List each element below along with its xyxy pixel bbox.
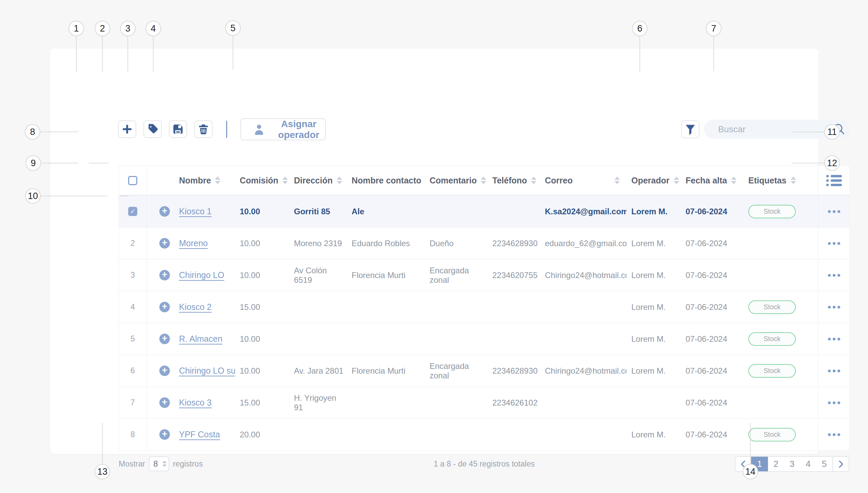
callout-10: 10 xyxy=(25,188,41,204)
page-button-2[interactable]: 2 xyxy=(768,457,784,471)
callout-4: 4 xyxy=(145,21,161,36)
sort-icon[interactable] xyxy=(215,177,220,184)
page-button-5[interactable]: 5 xyxy=(816,457,832,471)
status-badge: Stock xyxy=(748,364,796,378)
cell-contacto: Florencia Murti xyxy=(347,259,425,291)
sort-icon[interactable] xyxy=(282,177,288,184)
row-number: 4 xyxy=(119,291,147,323)
row-name-link[interactable]: Kiosco 3 xyxy=(179,398,212,408)
cell-operador: Lorem M. xyxy=(627,355,681,387)
sort-icon[interactable] xyxy=(674,177,679,184)
row-menu-button[interactable] xyxy=(825,335,843,343)
cell-correo: eduardo_62@gmail.com xyxy=(540,228,627,259)
assign-operator-button[interactable]: Asignar operador xyxy=(240,118,326,140)
expand-row-icon[interactable] xyxy=(159,270,170,280)
expand-row-icon[interactable] xyxy=(159,334,170,344)
row-name-link[interactable]: R. Almacen xyxy=(179,334,222,344)
callout-line-4 xyxy=(153,36,154,72)
callout-line-7 xyxy=(713,36,714,71)
table-row[interactable]: 4 Kiosco 2 15.00 Lorem M. 07-06-2024 Sto… xyxy=(119,291,849,323)
delete-button[interactable] xyxy=(194,120,213,138)
col-comentario: Comentario xyxy=(430,176,477,185)
cell-contacto xyxy=(347,419,425,450)
row-name-link[interactable]: Chiringo LO xyxy=(179,270,224,280)
callout-line-3 xyxy=(127,36,128,72)
table-row[interactable]: Kiosco 1 10.00 Gorriti 85 Ale K.sa2024@g… xyxy=(119,196,849,228)
expand-row-icon[interactable] xyxy=(159,366,170,376)
add-button[interactable] xyxy=(118,120,136,138)
plus-icon xyxy=(120,122,134,136)
table-row[interactable]: 8 YPF Costa 20.00 Lorem M. 07-06-2024 St… xyxy=(119,419,849,451)
table-row[interactable]: 3 Chiringo LO 10.00 Av Colón 6519 Floren… xyxy=(119,259,849,291)
row-menu-button[interactable] xyxy=(825,239,843,248)
callout-line-13 xyxy=(102,423,103,464)
cell-fecha: 07-06-2024 xyxy=(681,387,744,418)
cell-contacto: Florencia Murti xyxy=(347,355,425,387)
save-button[interactable] xyxy=(169,120,187,138)
trash-icon xyxy=(197,123,210,136)
expand-row-icon[interactable] xyxy=(159,397,170,408)
expand-row-icon[interactable] xyxy=(159,238,170,249)
row-name-link[interactable]: Kiosco 2 xyxy=(179,302,212,312)
next-page-button[interactable] xyxy=(833,457,849,471)
row-menu-button[interactable] xyxy=(825,399,843,407)
cell-telefono: 2234628930 xyxy=(488,228,540,259)
content-card: Asignar operador Nombre Comisión Direcc xyxy=(50,48,818,454)
row-name-link[interactable]: Chiringo LO suc. xyxy=(179,366,235,376)
row-number: 3 xyxy=(119,259,147,291)
sort-icon[interactable] xyxy=(481,177,486,184)
expand-row-icon[interactable] xyxy=(159,206,170,217)
cell-operador: Lorem M. xyxy=(627,196,681,227)
table-row[interactable]: 6 Chiringo LO suc. 10.00 Av. Jara 2801 F… xyxy=(119,355,849,387)
col-fecha-alta: Fecha alta xyxy=(686,176,727,185)
cell-comentario: Dueño xyxy=(425,228,488,259)
callout-11: 11 xyxy=(824,124,840,140)
column-settings-icon[interactable] xyxy=(826,175,842,186)
row-menu-button[interactable] xyxy=(825,367,843,375)
table-row[interactable]: 2 Moreno 10.00 Moreno 2319 Eduardo Roble… xyxy=(119,228,849,259)
row-menu-button[interactable] xyxy=(825,208,843,216)
row-name-link[interactable]: Moreno xyxy=(179,238,208,248)
expand-row-icon[interactable] xyxy=(159,302,170,312)
sort-icon[interactable] xyxy=(337,177,342,184)
status-badge: Stock xyxy=(748,428,796,441)
cell-correo xyxy=(540,387,627,418)
cell-correo xyxy=(540,323,627,355)
row-menu-button[interactable] xyxy=(825,271,843,279)
tag-button[interactable] xyxy=(143,120,162,138)
row-checkbox-checked[interactable] xyxy=(128,207,137,216)
page-button-3[interactable]: 3 xyxy=(784,457,800,471)
select-all-checkbox[interactable] xyxy=(128,176,137,185)
row-menu-button[interactable] xyxy=(825,303,843,311)
callout-line-8 xyxy=(40,132,78,132)
data-table: Nombre Comisión Dirección Nombre contact… xyxy=(119,165,850,451)
cell-telefono xyxy=(488,291,540,323)
sort-icon[interactable] xyxy=(731,177,736,184)
cell-comentario xyxy=(425,419,488,450)
filter-button[interactable] xyxy=(681,120,699,138)
cell-fecha: 07-06-2024 xyxy=(681,196,744,227)
cell-comentario xyxy=(425,323,488,355)
sort-icon[interactable] xyxy=(531,177,536,184)
row-name-link[interactable]: Kiosco 1 xyxy=(179,206,212,216)
expand-row-icon[interactable] xyxy=(159,429,170,440)
sort-icon[interactable] xyxy=(614,177,620,184)
callout-14: 14 xyxy=(743,464,758,479)
page-button-4[interactable]: 4 xyxy=(800,457,816,471)
callout-line-12 xyxy=(792,163,824,163)
callout-3: 3 xyxy=(120,21,136,36)
row-menu-button[interactable] xyxy=(825,431,843,439)
cell-direccion xyxy=(289,419,347,450)
table-header-row: Nombre Comisión Dirección Nombre contact… xyxy=(119,166,849,196)
cell-telefono: 2234626102 xyxy=(488,387,540,418)
row-name-link[interactable]: YPF Costa xyxy=(179,430,220,439)
table-row[interactable]: 7 Kiosco 3 15.00 H. Yrigoyen 91 22346261… xyxy=(119,387,849,419)
sort-icon[interactable] xyxy=(791,177,796,184)
table-row[interactable]: 5 R. Almacen 10.00 Lorem M. 07-06-2024 S… xyxy=(119,323,849,355)
search-input[interactable] xyxy=(704,124,832,135)
person-icon xyxy=(252,122,266,137)
cell-contacto xyxy=(347,387,425,418)
callout-7: 7 xyxy=(706,21,722,36)
cell-fecha: 07-06-2024 xyxy=(681,419,744,450)
cell-correo: K.sa2024@gmail.com xyxy=(540,196,627,227)
